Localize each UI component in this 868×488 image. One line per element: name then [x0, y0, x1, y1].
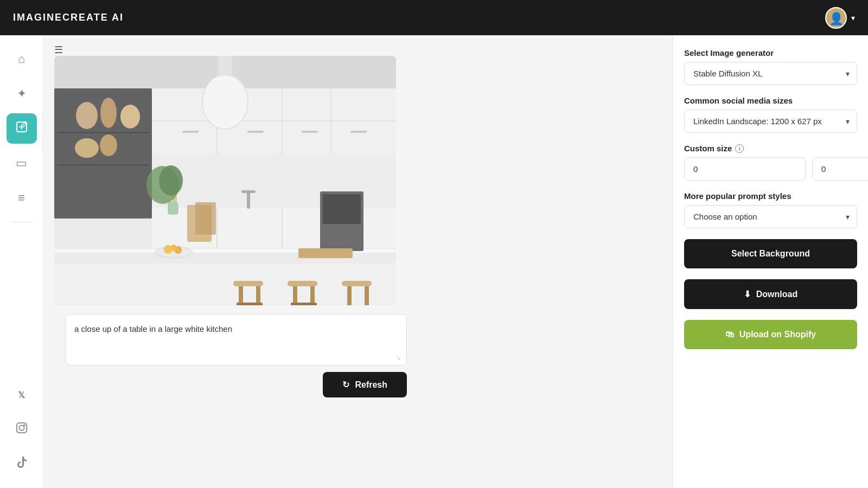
prompt-section: a close up of a table in a large white k… — [65, 314, 407, 397]
image-generator-section: Select Image generator Stable Diffusion … — [684, 48, 857, 85]
user-menu[interactable]: 👤 ▾ — [825, 7, 855, 29]
sidebar-item-instagram[interactable] — [7, 414, 37, 445]
custom-size-label: Custom size i — [684, 144, 857, 153]
image-generator-label: Select Image generator — [684, 48, 857, 57]
social-sizes-section: Common social media sizes LinkedIn Lands… — [684, 96, 857, 133]
shopify-icon: 🛍 — [725, 330, 734, 339]
prompt-box: a close up of a table in a large white k… — [65, 314, 407, 365]
custom-size-row — [684, 157, 857, 181]
home-icon: ⌂ — [18, 52, 25, 66]
center-column: ☰ — [43, 35, 673, 488]
custom-width-input[interactable] — [684, 157, 806, 181]
social-sizes-wrapper: LinkedIn Landscape: 1200 x 627 px Instag… — [684, 110, 857, 133]
sidebar-item-video[interactable]: ▭ — [7, 148, 37, 178]
download-icon: ⬇ — [744, 289, 751, 299]
sidebar-item-twitter[interactable]: 𝕏 — [7, 380, 37, 410]
right-panel: Select Image generator Stable Diffusion … — [673, 35, 868, 488]
instagram-icon — [16, 422, 28, 437]
refresh-button[interactable]: ↻ Refresh — [323, 372, 407, 397]
resize-handle[interactable]: ↘ — [395, 354, 403, 362]
social-sizes-select[interactable]: LinkedIn Landscape: 1200 x 627 px Instag… — [684, 110, 857, 133]
list-icon: ≡ — [18, 191, 25, 205]
sidebar-divider — [11, 222, 33, 222]
prompt-styles-section: More popular prompt styles Choose an opt… — [684, 191, 857, 228]
hamburger-icon[interactable]: ☰ — [54, 44, 63, 55]
select-background-button[interactable]: Select Background — [684, 239, 857, 268]
svg-point-3 — [19, 425, 24, 430]
prompt-text: a close up of a table in a large white k… — [74, 323, 398, 336]
app-logo: IMAGINECREATE AI — [13, 12, 124, 23]
refresh-row: ↻ Refresh — [65, 372, 407, 397]
upload-shopify-button[interactable]: 🛍 Upload on Shopify — [684, 320, 857, 349]
upload-shopify-label: Upload on Shopify — [739, 330, 816, 339]
tiktok-icon — [16, 457, 27, 472]
sidebar-item-list[interactable]: ≡ — [7, 183, 37, 213]
prompt-styles-label: More popular prompt styles — [684, 191, 857, 201]
prompt-styles-select[interactable]: Choose an option Photorealistic Watercol… — [684, 205, 857, 228]
svg-rect-59 — [54, 56, 396, 305]
avatar-icon: 👤 — [829, 13, 844, 25]
avatar: 👤 — [825, 7, 847, 29]
refresh-icon: ↻ — [342, 380, 349, 390]
custom-height-input[interactable] — [812, 157, 868, 181]
prompt-styles-wrapper: Choose an option Photorealistic Watercol… — [684, 205, 857, 228]
custom-size-info-icon[interactable]: i — [735, 144, 744, 153]
sidebar-item-generate[interactable] — [7, 113, 37, 144]
sidebar-item-tiktok[interactable] — [7, 449, 37, 479]
custom-size-section: Custom size i — [684, 144, 857, 181]
header: IMAGINECREATE AI 👤 ▾ — [0, 0, 868, 35]
sidebar-item-home[interactable]: ⌂ — [7, 44, 37, 74]
sidebar: ⌂ ✦ ▭ ≡ 𝕏 — [0, 35, 43, 488]
image-generator-wrapper: Stable Diffusion XL DALL-E 3 Midjourney … — [684, 62, 857, 85]
generate-icon — [15, 120, 28, 137]
video-icon: ▭ — [16, 156, 27, 170]
social-sizes-label: Common social media sizes — [684, 96, 857, 105]
main-layout: ⌂ ✦ ▭ ≡ 𝕏 — [0, 35, 868, 488]
image-generator-select[interactable]: Stable Diffusion XL DALL-E 3 Midjourney — [684, 62, 857, 85]
refresh-label: Refresh — [355, 380, 387, 390]
svg-point-4 — [24, 425, 25, 426]
twitter-icon: 𝕏 — [18, 390, 25, 400]
sidebar-item-magic[interactable]: ✦ — [7, 79, 37, 109]
generated-image — [54, 56, 396, 305]
download-label: Download — [756, 290, 797, 299]
chevron-down-icon: ▾ — [851, 14, 855, 22]
svg-rect-2 — [16, 423, 26, 433]
sidebar-social: 𝕏 — [7, 380, 37, 479]
magic-icon: ✦ — [17, 87, 27, 101]
download-button[interactable]: ⬇ Download — [684, 279, 857, 309]
